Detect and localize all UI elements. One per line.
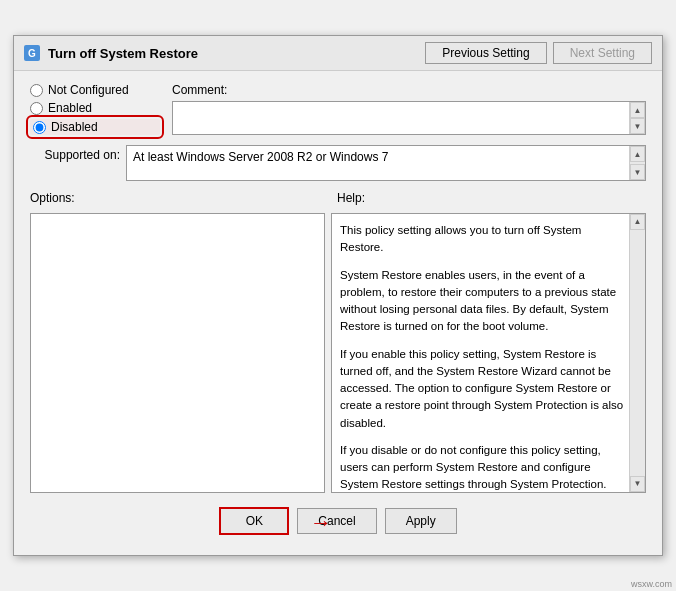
options-panel xyxy=(30,213,325,493)
help-p1: This policy setting allows you to turn o… xyxy=(340,222,625,257)
help-label-text: Help: xyxy=(337,191,365,205)
comment-section: Comment: ▲ ▼ xyxy=(172,83,646,135)
help-panel: This policy setting allows you to turn o… xyxy=(331,213,646,493)
watermark: wsxw.com xyxy=(631,579,672,589)
radio-group: Not Configured Enabled Disabled xyxy=(30,83,160,135)
top-nav-buttons: Previous Setting Next Setting xyxy=(425,42,652,64)
radio-enabled-label[interactable]: Enabled xyxy=(48,101,92,115)
dialog-title: Turn off System Restore xyxy=(48,46,198,61)
main-panels: This policy setting allows you to turn o… xyxy=(30,213,646,493)
comment-scrollbar[interactable]: ▲ ▼ xyxy=(629,102,645,134)
supported-value: At least Windows Server 2008 R2 or Windo… xyxy=(133,150,388,164)
dialog-body: Not Configured Enabled Disabled Comment:… xyxy=(14,71,662,555)
previous-setting-button[interactable]: Previous Setting xyxy=(425,42,546,64)
supported-label: Supported on: xyxy=(30,145,120,162)
options-label: Options: xyxy=(30,191,335,205)
help-p2: System Restore enables users, in the eve… xyxy=(340,267,625,336)
help-scrollbar[interactable]: ▲ ▼ xyxy=(629,214,645,492)
radio-disabled-input[interactable] xyxy=(33,121,46,134)
apply-button[interactable]: Apply xyxy=(385,508,457,534)
options-label-text: Options: xyxy=(30,191,75,205)
radio-disabled: Disabled xyxy=(30,119,160,135)
supported-scroll-down[interactable]: ▼ xyxy=(630,164,645,180)
comment-label: Comment: xyxy=(172,83,646,97)
supported-scroll-up[interactable]: ▲ xyxy=(630,146,645,162)
scroll-down-arrow[interactable]: ▼ xyxy=(630,118,645,134)
supported-section: Supported on: At least Windows Server 20… xyxy=(30,145,646,181)
help-scroll-down[interactable]: ▼ xyxy=(630,476,645,492)
supported-scrollbar[interactable]: ▲ ▼ xyxy=(629,146,645,180)
radio-enabled: Enabled xyxy=(30,101,160,115)
title-bar: G Turn off System Restore Previous Setti… xyxy=(14,36,662,71)
help-scroll-up[interactable]: ▲ xyxy=(630,214,645,230)
help-p4: If you disable or do not configure this … xyxy=(340,442,625,493)
radio-not-configured: Not Configured xyxy=(30,83,160,97)
dialog-icon: G xyxy=(24,45,40,61)
options-help-labels: Options: Help: xyxy=(30,191,646,205)
bottom-buttons: → OK Cancel Apply xyxy=(30,503,646,543)
comment-box[interactable]: ▲ ▼ xyxy=(172,101,646,135)
dialog-window: G Turn off System Restore Previous Setti… xyxy=(13,35,663,556)
arrow-indicator: → xyxy=(310,510,332,536)
radio-enabled-input[interactable] xyxy=(30,102,43,115)
help-p3: If you enable this policy setting, Syste… xyxy=(340,346,625,432)
radio-not-configured-input[interactable] xyxy=(30,84,43,97)
top-section: Not Configured Enabled Disabled Comment:… xyxy=(30,83,646,135)
radio-disabled-label[interactable]: Disabled xyxy=(51,120,98,134)
scroll-up-arrow[interactable]: ▲ xyxy=(630,102,645,118)
next-setting-button[interactable]: Next Setting xyxy=(553,42,652,64)
ok-button[interactable]: OK xyxy=(219,507,289,535)
supported-box: At least Windows Server 2008 R2 or Windo… xyxy=(126,145,646,181)
help-label: Help: xyxy=(337,191,365,205)
help-scroll-track xyxy=(630,230,645,476)
radio-not-configured-label[interactable]: Not Configured xyxy=(48,83,129,97)
